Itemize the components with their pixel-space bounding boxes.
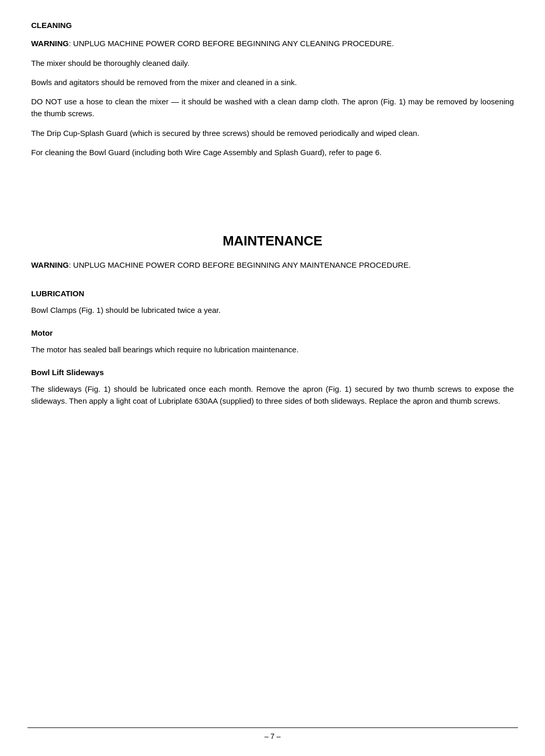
bowl-lift-title: Bowl Lift Slideways [31,368,514,377]
maintenance-warning-text: : UNPLUG MACHINE POWER CORD BEFORE BEGIN… [69,260,411,269]
bowl-lift-section: Bowl Lift Slideways The slideways (Fig. … [31,368,514,407]
cleaning-para3: DO NOT use a hose to clean the mixer — i… [31,95,514,120]
lubrication-para1: Bowl Clamps (Fig. 1) should be lubricate… [31,304,514,316]
motor-title: Motor [31,328,514,337]
cleaning-para5: For cleaning the Bowl Guard (including b… [31,146,514,158]
maintenance-section: MAINTENANCE WARNING: UNPLUG MACHINE POWE… [31,233,514,407]
lubrication-title: LUBRICATION [31,289,514,298]
motor-section: Motor The motor has sealed ball bearings… [31,328,514,355]
spacer-3 [31,279,514,289]
cleaning-warning-text: : UNPLUG MACHINE POWER CORD BEFORE BEGIN… [69,39,394,48]
page: CLEANING WARNING: UNPLUG MACHINE POWER C… [0,0,545,756]
cleaning-title: CLEANING [31,21,514,30]
cleaning-warning-label: WARNING [31,39,69,48]
spacer-5 [31,363,514,368]
maintenance-warning: WARNING: UNPLUG MACHINE POWER CORD BEFOR… [31,259,514,271]
cleaning-warning: WARNING: UNPLUG MACHINE POWER CORD BEFOR… [31,38,514,50]
cleaning-section: CLEANING WARNING: UNPLUG MACHINE POWER C… [31,21,514,158]
page-footer: – 7 – [0,727,545,740]
maintenance-warning-label: WARNING [31,260,69,269]
lubrication-section: LUBRICATION Bowl Clamps (Fig. 1) should … [31,289,514,316]
maintenance-title: MAINTENANCE [31,233,514,249]
cleaning-para4: The Drip Cup-Splash Guard (which is secu… [31,127,514,139]
page-number: – 7 – [0,732,545,740]
spacer-2 [31,197,514,228]
footer-divider [28,727,518,728]
bowl-lift-para1: The slideways (Fig. 1) should be lubrica… [31,383,514,407]
cleaning-para2: Bowls and agitators should be removed fr… [31,76,514,88]
spacer-1 [31,166,514,197]
motor-para1: The motor has sealed ball bearings which… [31,343,514,355]
cleaning-para1: The mixer should be thoroughly cleaned d… [31,57,514,69]
spacer-4 [31,323,514,328]
